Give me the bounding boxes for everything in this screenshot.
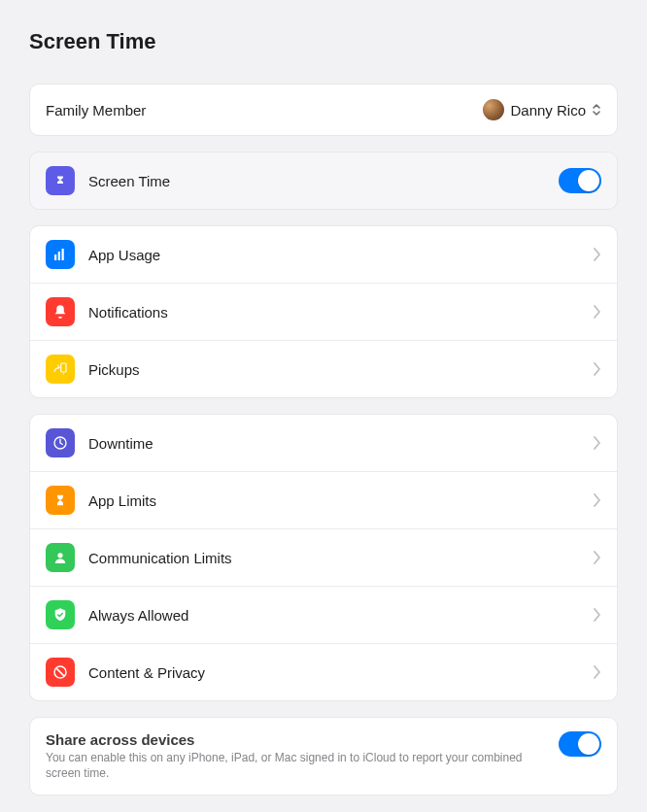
- content-privacy-label: Content & Privacy: [88, 664, 594, 681]
- chevron-right-icon: [594, 248, 601, 261]
- app-limits-icon: [46, 486, 75, 515]
- screentime-panel: Screen Time: [29, 152, 618, 210]
- always-allowed-row[interactable]: Always Allowed: [30, 586, 617, 643]
- family-member-name: Danny Rico: [510, 102, 586, 118]
- share-subtitle: You can enable this on any iPhone, iPad,…: [46, 750, 543, 781]
- pickups-icon: [46, 355, 75, 384]
- chevron-right-icon: [594, 305, 601, 319]
- family-member-label: Family Member: [46, 102, 483, 118]
- chevron-right-icon: [594, 665, 601, 679]
- app-usage-label: App Usage: [88, 247, 594, 263]
- always-allowed-icon: [46, 600, 75, 629]
- downtime-row[interactable]: Downtime: [30, 415, 617, 471]
- family-member-selector[interactable]: Family Member Danny Rico: [30, 85, 617, 135]
- updown-icon: [592, 102, 601, 118]
- content-privacy-icon: [46, 658, 75, 687]
- chevron-right-icon: [594, 362, 601, 376]
- share-panel: Share across devices You can enable this…: [29, 717, 618, 795]
- app-limits-row[interactable]: App Limits: [30, 471, 617, 528]
- notifications-row[interactable]: Notifications: [30, 283, 617, 340]
- communication-limits-row[interactable]: Communication Limits: [30, 528, 617, 586]
- share-across-devices-row: Share across devices You can enable this…: [30, 718, 617, 795]
- notifications-icon: [46, 297, 75, 326]
- communication-limits-label: Communication Limits: [88, 550, 594, 566]
- communication-limits-icon: [46, 543, 75, 572]
- chevron-right-icon: [594, 493, 601, 507]
- svg-rect-4: [61, 363, 66, 372]
- page-title: Screen Time: [29, 29, 618, 54]
- share-toggle[interactable]: [559, 731, 601, 757]
- screentime-label: Screen Time: [88, 173, 559, 189]
- notifications-label: Notifications: [88, 304, 594, 321]
- usage-group: App Usage Notifications Pickups: [29, 225, 618, 398]
- pickups-label: Pickups: [88, 361, 594, 378]
- hourglass-icon: [46, 166, 75, 195]
- share-title: Share across devices: [46, 731, 543, 748]
- downtime-label: Downtime: [88, 435, 594, 452]
- svg-rect-2: [58, 252, 60, 260]
- limits-group: Downtime App Limits Communication Limits…: [29, 414, 618, 701]
- content-privacy-row[interactable]: Content & Privacy: [30, 643, 617, 700]
- svg-line-9: [56, 668, 64, 676]
- family-member-panel: Family Member Danny Rico: [29, 84, 618, 136]
- screentime-toggle[interactable]: [559, 168, 601, 193]
- svg-rect-1: [54, 254, 56, 260]
- chevron-right-icon: [594, 436, 601, 450]
- always-allowed-label: Always Allowed: [88, 607, 594, 624]
- app-usage-row[interactable]: App Usage: [30, 226, 617, 283]
- chevron-right-icon: [594, 608, 601, 622]
- avatar: [483, 99, 504, 120]
- app-usage-icon: [46, 240, 75, 269]
- pickups-row[interactable]: Pickups: [30, 340, 617, 397]
- downtime-icon: [46, 428, 75, 457]
- screentime-toggle-row: Screen Time: [30, 152, 617, 209]
- svg-rect-3: [62, 249, 64, 260]
- app-limits-label: App Limits: [88, 492, 594, 509]
- chevron-right-icon: [594, 551, 601, 564]
- svg-point-7: [57, 553, 62, 558]
- svg-point-5: [63, 373, 64, 374]
